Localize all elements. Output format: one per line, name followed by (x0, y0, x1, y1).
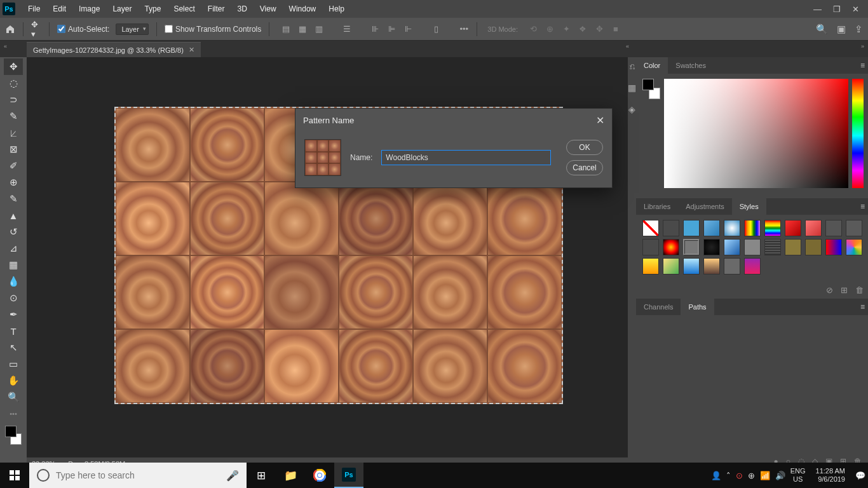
hue-slider[interactable] (852, 79, 864, 188)
brush-tool[interactable]: ✎ (4, 191, 23, 207)
style-swatch[interactable] (642, 239, 659, 255)
tools-collapse-icon[interactable]: « (4, 43, 7, 50)
tab-channels[interactable]: Channels (636, 299, 681, 315)
menu-filter[interactable]: Filter (201, 0, 231, 18)
home-icon[interactable] (5, 24, 15, 34)
style-swatch[interactable] (744, 220, 761, 236)
tab-swatches[interactable]: Swatches (668, 57, 714, 74)
style-swatch[interactable] (805, 220, 822, 236)
distribute-v-icon[interactable]: ⊫ (386, 24, 397, 34)
marquee-tool[interactable]: ◌ (4, 75, 23, 92)
panel-menu-icon[interactable]: ≡ (855, 302, 868, 311)
style-swatch[interactable] (724, 258, 740, 274)
cortana-icon[interactable] (37, 469, 50, 482)
pattern-name-input[interactable] (381, 150, 551, 165)
style-swatch[interactable] (663, 220, 679, 236)
panel-collapse-icon[interactable]: « (626, 43, 629, 50)
align-left-icon[interactable]: ▤ (281, 24, 291, 34)
menu-window[interactable]: Window (283, 0, 323, 18)
style-swatch[interactable] (724, 220, 740, 236)
menu-file[interactable]: File (22, 0, 46, 18)
menu-image[interactable]: Image (72, 0, 106, 18)
style-swatch[interactable] (785, 220, 801, 236)
fgbg-mini[interactable] (642, 79, 660, 99)
style-swatch[interactable] (703, 220, 720, 236)
clear-style-icon[interactable]: ⊘ (826, 285, 833, 295)
properties-panel-icon[interactable]: ▦ (628, 83, 636, 93)
menu-view[interactable]: View (254, 0, 283, 18)
hand-tool[interactable]: ✋ (4, 372, 23, 389)
window-maximize-icon[interactable]: ❐ (833, 4, 841, 14)
style-swatch[interactable] (764, 239, 781, 255)
rectangle-tool[interactable]: ▭ (4, 356, 23, 372)
people-icon[interactable]: 👤 (711, 471, 721, 480)
start-button[interactable] (0, 463, 29, 488)
close-tab-icon[interactable]: ✕ (189, 46, 194, 54)
move-tool[interactable]: ✥ (4, 58, 23, 75)
3d-orbit-icon[interactable]: ⟲ (528, 24, 538, 34)
chrome-icon[interactable] (305, 463, 334, 488)
document-tab[interactable]: GettyImages-1027284332.jpg @ 33.3% (RGB/… (27, 42, 201, 57)
style-swatch[interactable] (703, 258, 720, 274)
style-swatch[interactable] (642, 220, 659, 236)
dialog-titlebar[interactable]: Pattern Name ✕ (295, 109, 612, 132)
style-swatch[interactable] (846, 239, 862, 255)
menu-help[interactable]: Help (322, 0, 351, 18)
style-swatch[interactable] (724, 239, 740, 255)
style-swatch[interactable] (785, 239, 801, 255)
bluetooth-icon[interactable]: ⊕ (748, 471, 755, 480)
crop-tool[interactable]: ⟀ (4, 125, 23, 141)
align-right-icon[interactable]: ▥ (314, 24, 324, 34)
3d-zoom-icon[interactable]: ✥ (594, 24, 604, 34)
share-icon[interactable]: ⇪ (855, 24, 863, 35)
cancel-button[interactable]: Cancel (566, 160, 603, 175)
style-swatch[interactable] (744, 239, 761, 255)
style-swatch[interactable] (642, 258, 659, 274)
stamp-tool[interactable]: ▲ (4, 207, 23, 224)
taskbar-clock[interactable]: 11:28 AM 9/6/2019 (811, 467, 850, 484)
auto-select-dropdown[interactable]: Layer (116, 24, 149, 35)
tray-chevron-icon[interactable]: ˄ (726, 471, 731, 480)
align-to-icon[interactable]: ▯ (431, 24, 441, 34)
style-swatch[interactable] (663, 239, 679, 255)
workspace-icon[interactable]: ▣ (837, 24, 846, 35)
layers-panel-icon[interactable]: ◈ (628, 104, 635, 114)
task-view-icon[interactable]: ⊞ (247, 463, 276, 488)
menu-type[interactable]: Type (138, 0, 167, 18)
style-swatch[interactable] (825, 239, 842, 255)
mic-icon[interactable]: 🎤 (226, 470, 239, 482)
healing-tool[interactable]: ⊕ (4, 174, 23, 191)
search-icon[interactable]: 🔍 (816, 24, 828, 35)
search-input[interactable] (56, 470, 220, 480)
eyedropper-tool[interactable]: ✐ (4, 158, 23, 174)
delete-style-icon[interactable]: 🗑 (855, 285, 864, 295)
file-explorer-icon[interactable]: 📁 (276, 463, 305, 488)
fg-mini[interactable] (642, 79, 654, 90)
foreground-color[interactable] (5, 426, 17, 437)
distribute-h-icon[interactable]: ⊪ (370, 24, 380, 34)
quick-select-tool[interactable]: ✎ (4, 108, 23, 125)
window-minimize-icon[interactable]: — (813, 4, 822, 14)
style-swatch[interactable] (683, 239, 700, 255)
lasso-tool[interactable]: ⊃ (4, 92, 23, 108)
blur-tool[interactable]: 💧 (4, 273, 23, 290)
panel-menu-icon[interactable]: ≡ (855, 202, 868, 211)
style-swatch[interactable] (825, 220, 842, 236)
style-swatch[interactable] (683, 220, 700, 236)
show-transform-checkbox[interactable]: Show Transform Controls (165, 25, 261, 34)
ok-button[interactable]: OK (566, 140, 603, 155)
3d-pan-icon[interactable]: ✦ (561, 24, 571, 34)
photoshop-taskbar-icon[interactable]: Ps (334, 463, 363, 488)
frame-tool[interactable]: ⊠ (4, 141, 23, 158)
language-indicator[interactable]: ENGUS (790, 467, 806, 484)
pen-tool[interactable]: ✒ (4, 306, 23, 323)
type-tool[interactable]: T (4, 323, 23, 339)
color-swatches[interactable] (4, 426, 23, 445)
volume-icon[interactable]: 🔊 (775, 471, 785, 480)
menu-3d[interactable]: 3D (231, 0, 253, 18)
tab-color[interactable]: Color (636, 57, 668, 74)
align-hcenter-icon[interactable]: ▦ (297, 24, 308, 34)
menu-layer[interactable]: Layer (106, 0, 138, 18)
style-swatch[interactable] (764, 220, 781, 236)
tab-libraries[interactable]: Libraries (636, 198, 678, 215)
